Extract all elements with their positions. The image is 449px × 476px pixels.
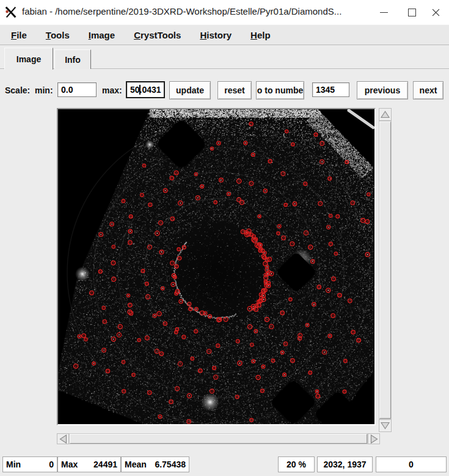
- max-label: max:: [102, 85, 122, 95]
- titlebar: fabian - /home/serpentine/2019-3DXRD-Wor…: [0, 0, 449, 24]
- status-mean-label: Mean: [125, 460, 147, 469]
- status-max-panel: Max 24491: [57, 456, 121, 472]
- minimize-button[interactable]: [374, 3, 393, 21]
- next-button[interactable]: next: [413, 81, 444, 99]
- status-max-value: 24491: [78, 460, 117, 469]
- menu-image[interactable]: Image: [80, 30, 123, 40]
- menu-crysttools[interactable]: CrystTools: [125, 30, 189, 40]
- maximize-icon: [408, 9, 416, 16]
- max-entry-value-head: 50: [130, 85, 140, 95]
- minimize-icon: [380, 12, 388, 13]
- fabian-window: { "window": { "title": "fabian - /home/s…: [0, 0, 449, 476]
- status-max-label: Max: [61, 460, 78, 469]
- arrow-up-icon: [381, 110, 390, 118]
- horizontal-scrollbar: [57, 433, 380, 444]
- vertical-scroll-trough[interactable]: [379, 121, 392, 419]
- min-label: min:: [35, 85, 53, 95]
- tab-info-label: Info: [65, 55, 81, 65]
- min-entry[interactable]: 0.0: [57, 82, 97, 97]
- min-entry-value: 0.0: [61, 85, 73, 95]
- pixel-value: 0: [409, 460, 414, 469]
- arrow-right-icon: [370, 435, 378, 444]
- arrow-left-icon: [59, 435, 67, 444]
- tab-image[interactable]: Image: [4, 48, 53, 70]
- status-mean-panel: Mean 6.75438: [121, 456, 189, 472]
- horizontal-scroll-trough[interactable]: [69, 433, 368, 444]
- scale-label: Scale:: [5, 85, 30, 95]
- close-icon: [432, 9, 440, 16]
- status-min-label: Min: [6, 460, 21, 469]
- scroll-left-button[interactable]: [57, 433, 69, 444]
- reset-button[interactable]: reset: [217, 81, 252, 99]
- horizontal-scroll-thumb[interactable]: [70, 434, 367, 444]
- menubar: File Tools Image CrystTools History Help: [0, 24, 449, 45]
- frame-number-entry[interactable]: 1345: [312, 82, 349, 97]
- cursor-coordinates: 2032, 1937: [323, 460, 366, 469]
- detector-image-frame: [57, 108, 376, 425]
- menu-history[interactable]: History: [191, 30, 240, 40]
- close-button[interactable]: [426, 3, 445, 21]
- menu-help[interactable]: Help: [242, 30, 279, 40]
- vertical-scrollbar: [379, 108, 392, 432]
- vertical-scroll-thumb[interactable]: [379, 121, 391, 419]
- status-min-value: 0: [21, 460, 54, 469]
- window-title: fabian - /home/serpentine/2019-3DXRD-Wor…: [22, 6, 341, 16]
- status-value-panel: 0: [376, 456, 447, 472]
- tab-info[interactable]: Info: [54, 49, 91, 69]
- frame-number-value: 1345: [316, 85, 335, 95]
- diffraction-image-canvas[interactable]: [58, 109, 374, 424]
- arrow-down-icon: [381, 422, 390, 430]
- zoom-percent: 20 %: [287, 460, 306, 469]
- status-min-panel: Min 0: [2, 456, 57, 472]
- status-mean-value: 6.75438: [147, 460, 186, 469]
- scroll-down-button[interactable]: [379, 419, 392, 432]
- max-entry[interactable]: 50.0431: [126, 81, 165, 98]
- previous-button[interactable]: previous: [357, 81, 408, 99]
- max-entry-value-tail: .0431: [140, 85, 161, 95]
- status-zoom-panel: 20 %: [278, 456, 315, 472]
- fabian-app-icon: [4, 5, 18, 19]
- maximize-button[interactable]: [402, 3, 422, 21]
- goto-number-button[interactable]: o to numbe: [256, 81, 304, 99]
- scroll-right-button[interactable]: [368, 433, 380, 444]
- status-coords-panel: 2032, 1937: [317, 456, 373, 472]
- menu-file[interactable]: File: [2, 30, 35, 40]
- update-button[interactable]: update: [169, 81, 211, 99]
- scroll-up-button[interactable]: [379, 108, 392, 121]
- tab-image-label: Image: [16, 54, 41, 64]
- menu-tools[interactable]: Tools: [37, 30, 78, 40]
